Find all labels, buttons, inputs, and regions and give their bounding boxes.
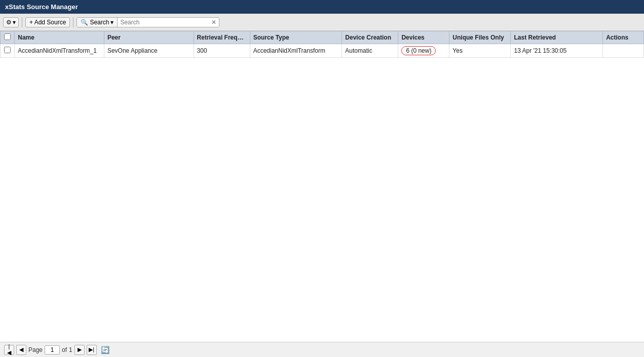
cell-freq: 300: [194, 44, 250, 58]
table-body: AccedianNidXmlTransform_1 SevOne Applian…: [1, 44, 644, 58]
header-freq[interactable]: Retrieval Frequency (sec): [194, 31, 250, 44]
cell-source-type: AccedianNidXmlTransform: [250, 44, 342, 58]
gear-icon: ⚙: [6, 19, 12, 26]
header-device-creation[interactable]: Device Creation: [342, 31, 398, 44]
header-source-type[interactable]: Source Type: [250, 31, 342, 44]
cell-name: AccedianNidXmlTransform_1: [15, 44, 104, 58]
devices-badge[interactable]: 6 (0 new): [401, 46, 436, 55]
toolbar-separator: [22, 17, 22, 27]
search-clear-button[interactable]: ✕: [209, 18, 219, 27]
search-dropdown-button[interactable]: 🔍 Search ▾: [77, 18, 118, 27]
header-last-retrieved[interactable]: Last Retrieved: [511, 31, 603, 44]
header-checkbox[interactable]: [1, 31, 15, 44]
add-source-button[interactable]: + Add Source: [25, 17, 70, 27]
next-page-button[interactable]: ▶: [74, 345, 85, 355]
search-dropdown-arrow: ▾: [110, 19, 113, 26]
pagination-bar: |◀ ◀ Page of 1 ▶ ▶| 🔄: [0, 342, 644, 357]
table-area: Name Peer Retrieval Frequency (sec) Sour…: [0, 31, 644, 342]
cell-device-creation: Automatic: [342, 44, 398, 58]
select-all-checkbox[interactable]: [4, 33, 11, 40]
first-page-button[interactable]: |◀: [4, 345, 14, 355]
gear-dropdown-icon: ▾: [13, 19, 16, 26]
toolbar-separator-2: [73, 17, 73, 27]
header-devices[interactable]: Devices: [398, 31, 449, 44]
prev-page-button[interactable]: ◀: [16, 345, 26, 355]
header-peer[interactable]: Peer: [104, 31, 194, 44]
refresh-button[interactable]: 🔄: [101, 346, 109, 354]
row-checkbox-cell[interactable]: [1, 44, 15, 58]
table-row: AccedianNidXmlTransform_1 SevOne Applian…: [1, 44, 644, 58]
last-page-button[interactable]: ▶|: [87, 345, 97, 355]
search-btn-label: Search: [90, 19, 109, 26]
cell-actions: [603, 44, 644, 58]
of-label: of: [62, 346, 67, 353]
search-icon: 🔍: [81, 19, 88, 26]
header-actions[interactable]: Actions: [603, 31, 644, 44]
search-container: 🔍 Search ▾ ✕: [77, 17, 219, 27]
search-input[interactable]: [118, 18, 209, 27]
header-name[interactable]: Name: [15, 31, 104, 44]
row-checkbox[interactable]: [4, 47, 11, 53]
app-title: xStats Source Manager: [5, 3, 78, 11]
cell-unique-files: Yes: [449, 44, 511, 58]
cell-last-retrieved: 13 Apr '21 15:30:05: [511, 44, 603, 58]
cell-devices[interactable]: 6 (0 new): [398, 44, 449, 58]
table-header-row: Name Peer Retrieval Frequency (sec) Sour…: [1, 31, 644, 44]
source-table: Name Peer Retrieval Frequency (sec) Sour…: [0, 31, 644, 58]
page-number-input[interactable]: [45, 345, 60, 354]
title-bar: xStats Source Manager: [0, 0, 644, 14]
page-total: 1: [69, 346, 72, 353]
cell-peer: SevOne Appliance: [104, 44, 194, 58]
page-label: Page: [28, 346, 43, 353]
toolbar: ⚙ ▾ + Add Source 🔍 Search ▾ ✕: [0, 14, 644, 31]
header-unique-files[interactable]: Unique Files Only: [449, 31, 511, 44]
gear-button[interactable]: ⚙ ▾: [3, 17, 19, 27]
